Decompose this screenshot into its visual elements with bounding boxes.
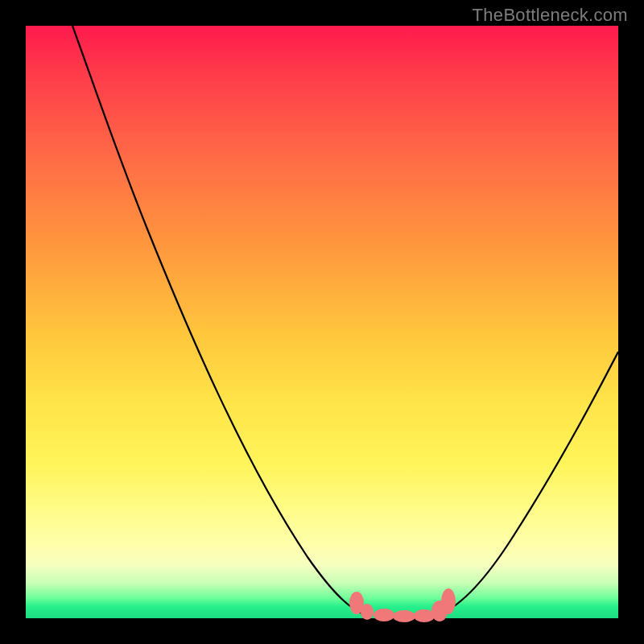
plot-area xyxy=(26,26,618,618)
marker-dot xyxy=(431,601,448,621)
marker-dot xyxy=(414,609,435,622)
marker-dot xyxy=(349,592,364,614)
watermark-text: TheBottleneck.com xyxy=(473,5,628,26)
left-branch-path xyxy=(72,26,364,614)
marker-dot xyxy=(393,610,415,622)
chart-frame: TheBottleneck.com xyxy=(0,0,644,644)
right-branch-path xyxy=(440,352,618,614)
bottleneck-curve xyxy=(26,26,618,618)
marker-dot xyxy=(361,604,374,620)
marker-dot xyxy=(374,609,394,621)
marker-dot xyxy=(441,588,456,614)
marker-layer xyxy=(26,26,618,618)
